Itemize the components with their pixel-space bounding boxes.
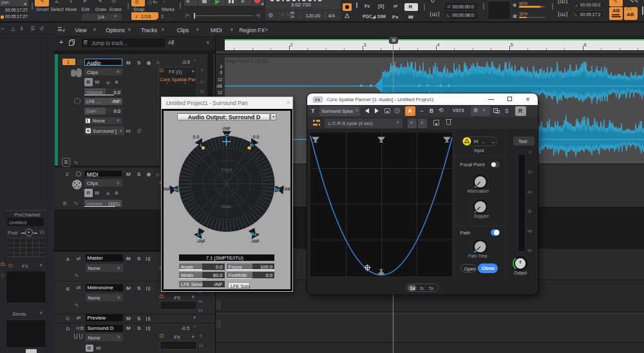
- svg-text:C: C: [225, 133, 229, 138]
- svg-text:Rs: Rs: [251, 231, 257, 237]
- svg-text:0.0: 0.0: [193, 134, 200, 140]
- svg-text:-INF: -INF: [283, 186, 292, 192]
- svg-text:Sr: Sr: [275, 187, 280, 193]
- svg-text:-INF: -INF: [222, 126, 231, 131]
- svg-text:Rear: Rear: [222, 204, 232, 209]
- svg-text:-INF: -INF: [251, 238, 260, 244]
- svg-text:0.0: 0.0: [253, 134, 260, 140]
- svg-text:Front: Front: [222, 167, 232, 172]
- svg-text:Ls: Ls: [198, 231, 204, 237]
- svg-text:-INF: -INF: [162, 186, 171, 192]
- svg-text:Sl: Sl: [173, 187, 178, 193]
- svg-text:-INF: -INF: [196, 238, 206, 244]
